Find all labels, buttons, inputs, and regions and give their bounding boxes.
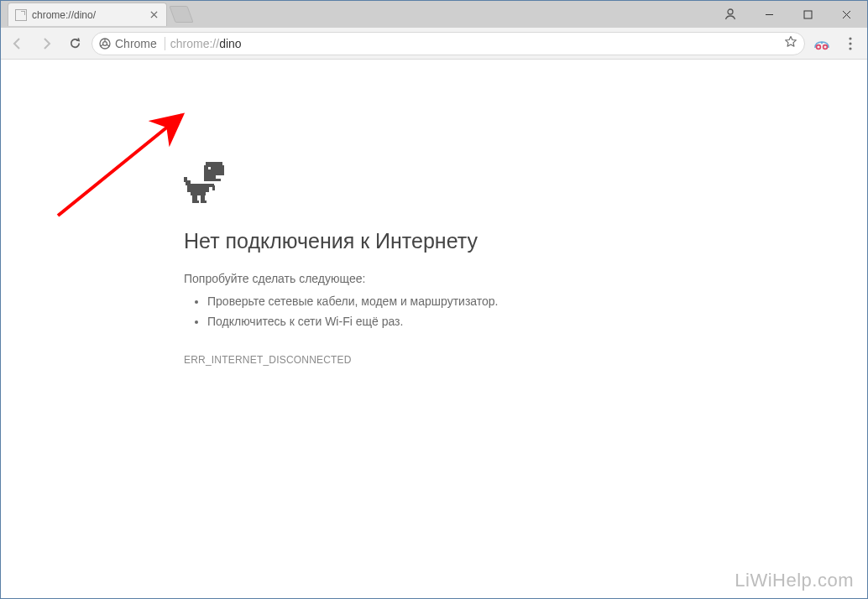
browser-window: chrome://dino/ bbox=[0, 0, 868, 599]
tab-strip: chrome://dino/ bbox=[1, 1, 699, 26]
extension-icon[interactable] bbox=[810, 32, 834, 55]
svg-rect-18 bbox=[212, 185, 215, 190]
svg-point-3 bbox=[103, 41, 107, 45]
svg-rect-13 bbox=[204, 179, 221, 181]
page-favicon-icon bbox=[15, 9, 27, 21]
account-icon[interactable] bbox=[711, 2, 750, 27]
svg-rect-22 bbox=[192, 201, 199, 203]
svg-point-9 bbox=[849, 47, 851, 49]
minimize-button[interactable] bbox=[750, 2, 788, 27]
page-content: Нет подключения к Интернету Попробуйте с… bbox=[1, 60, 867, 598]
offline-error-block: Нет подключения к Интернету Попробуйте с… bbox=[184, 162, 654, 366]
svg-rect-1 bbox=[804, 11, 812, 18]
browser-tab[interactable]: chrome://dino/ bbox=[8, 3, 167, 26]
security-chip[interactable]: Chrome bbox=[99, 37, 165, 50]
annotation-arrow-icon bbox=[50, 110, 201, 219]
bookmark-star-icon[interactable] bbox=[784, 35, 797, 51]
svg-rect-12 bbox=[204, 175, 216, 179]
toolbar: Chrome chrome://dino bbox=[1, 28, 867, 60]
svg-rect-24 bbox=[208, 167, 211, 169]
address-bar[interactable]: Chrome chrome://dino bbox=[92, 32, 805, 55]
back-button[interactable] bbox=[6, 32, 29, 55]
svg-point-0 bbox=[728, 9, 733, 14]
error-suggestions: Проверьте сетевые кабели, модем и маршру… bbox=[184, 292, 654, 332]
svg-rect-16 bbox=[187, 184, 209, 192]
error-suggestion-item: Подключитесь к сети Wi-Fi ещё раз. bbox=[207, 312, 654, 332]
svg-rect-20 bbox=[192, 195, 197, 201]
svg-point-8 bbox=[849, 42, 851, 44]
chrome-logo-icon bbox=[99, 38, 111, 49]
dino-icon[interactable] bbox=[184, 162, 224, 204]
watermark-text: LiWiHelp.com bbox=[735, 570, 854, 591]
maximize-button[interactable] bbox=[788, 2, 827, 27]
url-path: dino bbox=[219, 37, 241, 50]
new-tab-button[interactable] bbox=[169, 6, 193, 23]
svg-rect-11 bbox=[204, 165, 224, 175]
svg-point-5 bbox=[824, 44, 828, 49]
error-suggestion-item: Проверьте сетевые кабели, модем и маршру… bbox=[207, 292, 654, 312]
forward-button[interactable] bbox=[34, 32, 58, 55]
svg-rect-19 bbox=[191, 192, 206, 195]
error-code: ERR_INTERNET_DISCONNECTED bbox=[184, 354, 654, 366]
tab-close-button[interactable] bbox=[148, 9, 159, 21]
close-window-button[interactable] bbox=[827, 2, 865, 27]
security-chip-label: Chrome bbox=[115, 37, 157, 50]
svg-point-7 bbox=[849, 37, 851, 39]
reload-button[interactable] bbox=[63, 32, 86, 55]
svg-rect-21 bbox=[201, 195, 205, 201]
error-intro: Попробуйте сделать следующее: bbox=[184, 272, 654, 285]
chrome-menu-button[interactable] bbox=[839, 32, 862, 55]
chip-separator bbox=[165, 37, 165, 50]
tab-title: chrome://dino/ bbox=[32, 9, 148, 21]
svg-point-4 bbox=[817, 44, 821, 49]
svg-point-6 bbox=[821, 41, 823, 43]
svg-rect-23 bbox=[201, 201, 207, 203]
url-text: chrome://dino bbox=[170, 37, 242, 50]
error-title: Нет подключения к Интернету bbox=[184, 229, 654, 253]
svg-rect-10 bbox=[206, 162, 222, 165]
url-scheme: chrome:// bbox=[170, 37, 219, 50]
